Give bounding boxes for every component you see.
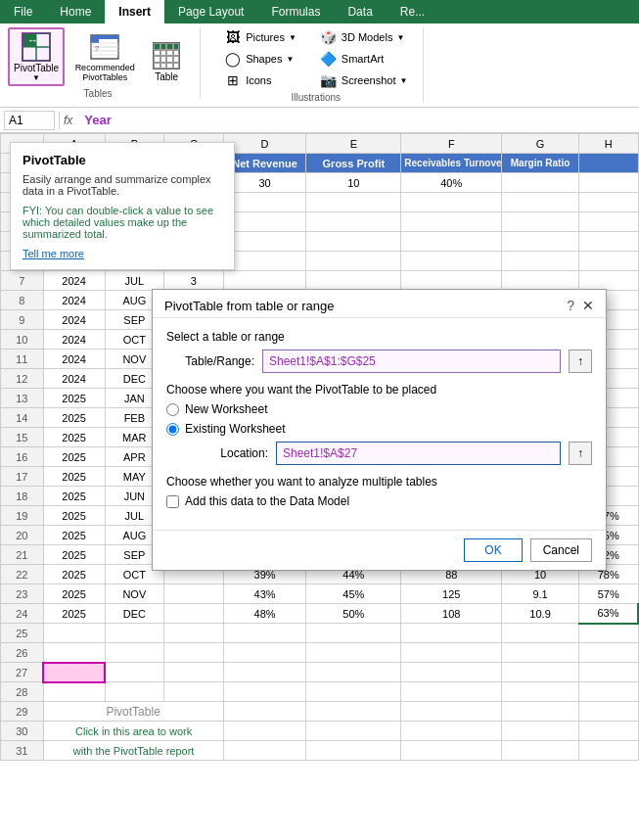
tab-file[interactable]: File: [0, 0, 46, 23]
table-row: 23 2025 NOV 43% 45% 125 9.1 57%: [1, 584, 639, 604]
smartart-button[interactable]: 🔷 SmartArt: [316, 49, 412, 69]
icons-button[interactable]: ⊞ Icons: [220, 70, 300, 90]
shapes-dropdown[interactable]: ▼: [286, 55, 294, 64]
pictures-dropdown[interactable]: ▼: [289, 33, 297, 42]
tab-page-layout[interactable]: Page Layout: [164, 0, 257, 23]
radio-existing-worksheet[interactable]: [166, 423, 179, 436]
cell-d1[interactable]: Net Revenue: [223, 154, 306, 173]
svg-text:↔: ↔: [27, 34, 38, 46]
shapes-icon: ◯: [224, 50, 242, 68]
pivot-dropdown-arrow[interactable]: ▼: [32, 73, 40, 82]
dialog-close-button[interactable]: ✕: [582, 298, 594, 313]
tab-insert[interactable]: Insert: [105, 0, 164, 23]
cell-h1[interactable]: [578, 154, 638, 173]
table-range-input[interactable]: [262, 350, 561, 373]
radio-new-worksheet[interactable]: [166, 403, 179, 416]
svg-rect-2: [36, 33, 50, 47]
section1-label: Select a table or range: [166, 330, 592, 344]
table-button[interactable]: Table: [145, 36, 188, 86]
dialog-body: Select a table or range Table/Range: ↑ C…: [153, 318, 606, 530]
screenshot-button[interactable]: 📷 Screenshot ▼: [316, 70, 412, 90]
ok-button[interactable]: OK: [464, 538, 522, 562]
table-row: 29 PivotTable: [1, 702, 639, 722]
cancel-button[interactable]: Cancel: [530, 538, 592, 562]
pictures-icon: 🖼: [224, 28, 242, 46]
ribbon-tabs: File Home Insert Page Layout Formulas Da…: [0, 0, 639, 23]
table-row: 7 2024 JUL 3: [1, 271, 639, 291]
tooltip-title: PivotTable: [23, 153, 222, 167]
section2-label: Choose where you want the PivotTable to …: [166, 383, 592, 397]
dialog-header: PivotTable from table or range ? ✕: [153, 290, 606, 318]
location-label: Location:: [180, 446, 268, 460]
col-header-g[interactable]: G: [502, 134, 579, 154]
table-row: 26: [1, 643, 639, 663]
location-picker-button[interactable]: ↑: [569, 442, 592, 465]
3d-models-icon: 🎲: [320, 28, 338, 46]
dialog-title: PivotTable from table or range: [164, 299, 334, 313]
col-header-e[interactable]: E: [306, 134, 401, 154]
app-container: File Home Insert Page Layout Formulas Da…: [0, 0, 639, 840]
svg-rect-3: [23, 47, 36, 61]
pivot-dialog: PivotTable from table or range ? ✕ Selec…: [152, 289, 607, 571]
cell-f1[interactable]: Receivables Turnover Ratio: [401, 154, 502, 173]
smartart-icon: 🔷: [320, 50, 338, 68]
3d-dropdown[interactable]: ▼: [396, 33, 404, 42]
table-row: 28: [1, 682, 639, 702]
tab-formulas[interactable]: Formulas: [257, 0, 334, 23]
recommended-pivottables-button[interactable]: ? Recommended PivotTables: [70, 27, 139, 86]
radio-existing-label: Existing Worksheet: [185, 422, 286, 436]
dialog-footer: OK Cancel: [153, 530, 606, 570]
radio-new-label: New Worksheet: [185, 402, 267, 416]
table-row: 31 with the PivotTable report: [1, 741, 639, 761]
table-row: 27: [1, 663, 639, 682]
screenshot-icon: 📷: [320, 71, 338, 89]
shapes-button[interactable]: ◯ Shapes ▼: [220, 49, 300, 69]
data-model-label: Add this data to the Data Model: [185, 494, 349, 508]
col-header-h[interactable]: H: [578, 134, 638, 154]
svg-rect-8: [99, 35, 118, 39]
tooltip-link[interactable]: Tell me more: [23, 248, 222, 259]
svg-rect-4: [36, 47, 50, 61]
svg-rect-7: [91, 35, 99, 43]
ribbon-body: ↔ PivotTable ▼: [0, 23, 639, 108]
section3-label: Choose whether you want to analyze multi…: [166, 475, 592, 489]
cell-e1[interactable]: Gross Profit: [306, 154, 401, 173]
3d-models-button[interactable]: 🎲 3D Models ▼: [316, 27, 412, 47]
tooltip-fyi: FYI: You can double-click a value to see…: [23, 205, 222, 240]
col-header-d[interactable]: D: [223, 134, 306, 154]
pivot-table-button[interactable]: ↔ PivotTable ▼: [8, 27, 65, 86]
svg-text:?: ?: [95, 45, 99, 52]
formula-bar: fx Year: [0, 108, 639, 133]
dialog-help-button[interactable]: ?: [567, 298, 574, 313]
location-input[interactable]: [276, 442, 561, 465]
table-range-label: Table/Range:: [166, 354, 254, 368]
tab-home[interactable]: Home: [46, 0, 105, 23]
table-range-picker-button[interactable]: ↑: [569, 350, 592, 373]
pivot-tooltip: PivotTable Easily arrange and summarize …: [10, 142, 235, 270]
pictures-button[interactable]: 🖼 Pictures ▼: [220, 27, 300, 47]
table-row: 25: [1, 624, 639, 643]
cell-a27[interactable]: [43, 663, 105, 682]
screenshot-dropdown[interactable]: ▼: [399, 76, 407, 85]
table-row: 24 2025 DEC 48% 50% 108 10.9 63%: [1, 604, 639, 624]
cell-g1[interactable]: Margin Ratio: [502, 154, 579, 173]
dialog-controls: ? ✕: [567, 298, 594, 313]
col-header-f[interactable]: F: [401, 134, 502, 154]
fx-label: fx: [64, 114, 72, 127]
formula-value: Year: [80, 113, 635, 127]
tooltip-desc: Easily arrange and summarize complex dat…: [23, 173, 222, 197]
name-box[interactable]: [4, 111, 55, 130]
tab-data[interactable]: Data: [334, 0, 386, 23]
data-model-checkbox[interactable]: [166, 495, 179, 508]
ribbon-group-tables: ↔ PivotTable ▼: [8, 27, 201, 99]
table-row: 30 Click in this area to work: [1, 722, 639, 741]
ribbon-group-illustrations: 🖼 Pictures ▼ ◯ Shapes ▼ ⊞ Icons: [220, 27, 424, 103]
icons-icon: ⊞: [224, 71, 242, 89]
tab-review[interactable]: Re...: [387, 0, 438, 23]
